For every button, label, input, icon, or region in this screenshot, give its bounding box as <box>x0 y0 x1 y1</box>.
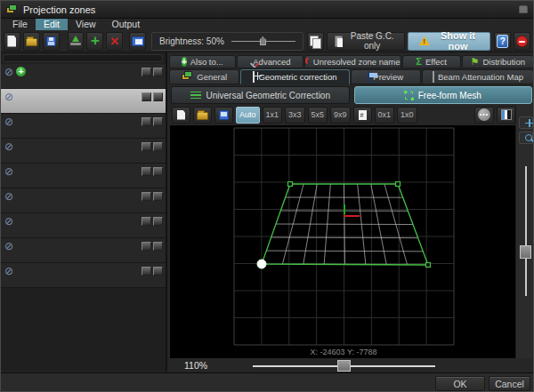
grid-9x9-button[interactable]: 9x9 <box>330 107 351 124</box>
zone-toggle-b[interactable] <box>153 142 163 151</box>
tab-geometric-correction[interactable]: Geometric correction <box>240 69 349 84</box>
menu-output[interactable]: Output <box>104 19 149 30</box>
tab-row-secondary: +Also to...Advanced✗Unresolved zone name… <box>168 55 534 68</box>
tab-distribution[interactable]: ⚑Distribution <box>462 55 534 68</box>
show-it-now-button[interactable]: Show it now <box>408 32 491 51</box>
zoom-slider-handle[interactable] <box>337 360 351 372</box>
paste-gc-label: Paste G.C. only <box>348 31 397 51</box>
zone-toggle-a[interactable] <box>142 117 151 126</box>
canvas-side-toolbar <box>515 105 534 358</box>
open-mesh-button[interactable] <box>193 107 212 124</box>
more-options-button[interactable]: ••• <box>474 107 494 124</box>
zone-toggle-b[interactable] <box>153 117 163 126</box>
zone-toggle-b[interactable] <box>153 68 163 76</box>
split-view-button[interactable] <box>497 107 515 124</box>
no-output-icon: ⊘ <box>4 67 13 77</box>
brightness-slider[interactable] <box>231 36 295 46</box>
save-button[interactable] <box>43 32 60 51</box>
zone-toggle-a[interactable] <box>142 92 151 101</box>
zone-toggle-a[interactable] <box>142 68 151 76</box>
universal-geometric-correction-button[interactable]: Universal Geometric Correction <box>171 86 350 104</box>
save-icon <box>46 36 56 46</box>
blackout-button[interactable] <box>514 32 530 51</box>
help-button[interactable]: ? <box>494 32 511 51</box>
zone-toggle-a[interactable] <box>142 267 151 276</box>
tab-effect[interactable]: ΣEffect <box>402 55 461 68</box>
window-layout-button[interactable] <box>129 32 146 51</box>
zone-row-up-right-1[interactable]: ⊘ <box>1 139 166 164</box>
menu-bar: FileEditViewOutput <box>1 19 533 30</box>
no-output-icon: ⊘ <box>4 116 13 127</box>
tab-preview[interactable]: Preview <box>351 69 421 84</box>
zone-toggle-a[interactable] <box>142 167 151 176</box>
no-output-icon: ⊘ <box>4 241 13 252</box>
zoom-bar: 110% <box>168 358 534 372</box>
paste-gc-only-button[interactable]: Paste G.C. only <box>327 32 405 51</box>
zone-toggle-b[interactable] <box>153 92 163 101</box>
zone-row-down-right-2[interactable]: ⊘ <box>1 263 166 288</box>
zone-list: ⊘+⊘⊘⊘⊘⊘⊘⊘⊘ <box>1 64 166 288</box>
delete-zone-button[interactable]: ✕ <box>106 32 123 51</box>
zone-toggle-b[interactable] <box>153 267 163 276</box>
import-button[interactable] <box>68 32 85 51</box>
grid-auto-button[interactable]: Auto <box>236 107 260 124</box>
copy-gc-button[interactable] <box>307 32 324 51</box>
brightness-slider-handle[interactable] <box>260 36 266 45</box>
new-mesh-button[interactable] <box>172 107 190 124</box>
titlebar-button[interactable] <box>519 5 528 13</box>
new-page-icon <box>7 36 16 47</box>
tab-beam-attenuation-map[interactable]: Beam Attenuation Map <box>422 69 534 84</box>
mesh-editor-canvas[interactable]: X: -24603 Y: -7788 <box>170 125 515 358</box>
grid-0x1-button[interactable]: 0x1 <box>375 107 395 124</box>
zone-toggle-a[interactable] <box>142 192 151 201</box>
custom-grid-button[interactable] <box>353 107 372 124</box>
tab-general[interactable]: General <box>169 69 239 84</box>
zone-row-up-left-1[interactable]: ⊘ <box>1 89 166 114</box>
menu-edit[interactable]: Edit <box>36 19 68 30</box>
free-form-mesh-button[interactable]: Free-form Mesh <box>354 86 533 104</box>
zoom-tool-button[interactable] <box>519 132 533 144</box>
zone-toggle-a[interactable] <box>142 142 151 151</box>
tab-advanced[interactable]: Advanced <box>237 55 304 68</box>
zone-toggle-a[interactable] <box>142 242 151 251</box>
grid-3x3-button[interactable]: 3x3 <box>285 107 305 124</box>
zone-row-up-right-2[interactable]: ⊘ <box>1 164 166 188</box>
cancel-button[interactable]: Cancel <box>489 376 530 391</box>
save-icon <box>219 110 229 120</box>
zone-toggle-b[interactable] <box>153 167 163 176</box>
pan-tool-button[interactable] <box>519 116 533 129</box>
tab-also-to-[interactable]: +Also to... <box>169 55 236 68</box>
zoom-level-label: 110% <box>184 360 207 371</box>
ffm-label: Free-form Mesh <box>418 91 481 100</box>
zone-toggle-a[interactable] <box>142 217 151 226</box>
warning-icon <box>419 36 430 45</box>
ok-button[interactable]: OK <box>435 376 485 391</box>
canvas-vertical-slider-track[interactable] <box>525 166 527 296</box>
paste-icon <box>335 36 343 47</box>
zone-toggle-b[interactable] <box>153 242 163 251</box>
plus-circle-icon: + <box>182 57 187 67</box>
zone-toggle-b[interactable] <box>153 192 163 201</box>
menu-file[interactable]: File <box>4 19 36 30</box>
zone-row-up-left-2[interactable]: ⊘ <box>1 114 166 139</box>
open-button[interactable] <box>23 32 40 51</box>
red-x-icon: ✗ <box>304 57 310 67</box>
zone-toggle-b[interactable] <box>153 217 163 226</box>
title-bar[interactable]: Projection zones <box>1 1 533 19</box>
zone-row-down-left-1[interactable]: ⊘ <box>1 188 166 213</box>
zone-row-master-canvas[interactable]: ⊘+ <box>1 64 166 89</box>
zone-row-down-right-1[interactable]: ⊘ <box>1 238 166 263</box>
no-output-icon: ⊘ <box>4 216 13 227</box>
brightness-label: Brightness: 50% <box>159 36 224 46</box>
tab-unresolved-zone-names[interactable]: ✗Unresolved zone names <box>304 55 401 68</box>
grid-1x0-button[interactable]: 1x0 <box>397 107 417 124</box>
menu-view[interactable]: View <box>68 19 104 30</box>
monitor-icon <box>368 72 369 82</box>
grid-1x1-button[interactable]: 1x1 <box>263 107 283 124</box>
grid-5x5-button[interactable]: 5x5 <box>308 107 328 124</box>
zone-row-down-left-2[interactable]: ⊘ <box>1 213 166 238</box>
new-button[interactable] <box>4 32 20 51</box>
canvas-vertical-slider-handle[interactable] <box>520 245 531 259</box>
add-zone-button[interactable]: + <box>86 32 103 51</box>
save-mesh-button[interactable] <box>214 107 233 124</box>
